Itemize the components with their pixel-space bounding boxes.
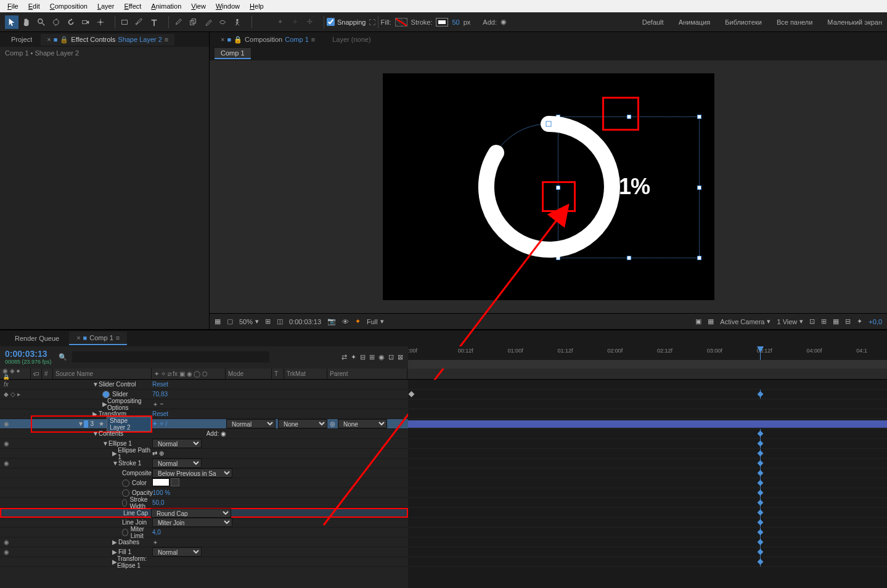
effect-controls-tab[interactable]: × ■ 🔒 Effect Controls Shape Layer 2 ≡ — [41, 34, 174, 46]
transparency-icon[interactable]: ▦ — [708, 317, 714, 325]
workspace-animation[interactable]: Анимация — [679, 18, 711, 26]
menu-layer[interactable]: Layer — [92, 2, 120, 10]
resolution-icon[interactable]: ⊞ — [265, 317, 271, 325]
col-parent[interactable]: Parent — [327, 369, 407, 379]
timeline-tracks[interactable] — [408, 380, 887, 588]
workspace-small-screen[interactable]: Маленький экран — [827, 18, 882, 26]
row-miter-limit[interactable]: Miter Limit 4,0 — [0, 528, 408, 537]
parent-select[interactable]: None — [338, 419, 387, 428]
anchor-tool[interactable] — [94, 15, 107, 29]
color-channel-icon[interactable]: ✦ — [355, 317, 361, 325]
add-button-icon[interactable]: ◉ — [501, 18, 507, 26]
view-options-icon[interactable]: ⊡ — [809, 317, 815, 325]
rectangle-tool[interactable] — [118, 15, 131, 29]
comp-timeline-tab[interactable]: ×■ Comp 1 ≡ — [69, 332, 127, 345]
row-composite[interactable]: Composite Below Previous in Sa — [0, 468, 408, 478]
timeline-search[interactable] — [72, 351, 269, 362]
snapshot-icon[interactable]: 📷 — [327, 317, 336, 325]
menu-animation[interactable]: Animation — [146, 2, 186, 10]
menu-effect[interactable]: Effect — [119, 2, 146, 10]
menu-composition[interactable]: Composition — [45, 2, 92, 10]
hand-tool[interactable] — [20, 15, 33, 29]
workspace-all-panels[interactable]: Все панели — [777, 18, 812, 26]
workspace-default[interactable]: Default — [642, 18, 664, 26]
menu-view[interactable]: View — [186, 2, 211, 10]
fill-label[interactable]: Fill: — [381, 18, 391, 26]
channel-icon[interactable]: ▢ — [227, 317, 233, 325]
camera-tool[interactable] — [79, 15, 92, 29]
resolution-value[interactable]: Full — [367, 318, 378, 325]
exposure-reset-icon[interactable]: ✦ — [857, 317, 862, 325]
timeline-timecode[interactable]: 0:00:03:13 — [5, 349, 47, 359]
composition-viewer[interactable]: 71% — [210, 60, 887, 313]
blend-mode-select[interactable]: Normal — [226, 419, 276, 428]
project-tab[interactable]: Project — [5, 34, 38, 45]
grid-icon[interactable]: ▦ — [215, 317, 221, 325]
zoom-tool[interactable] — [35, 15, 48, 29]
trkmat-select[interactable]: None — [278, 419, 327, 428]
roi-icon[interactable]: ▣ — [695, 317, 701, 325]
composition-tab[interactable]: × ■ 🔒 Composition Comp 1 ≡ — [215, 34, 321, 46]
draft-3d-icon[interactable]: ✦ — [351, 353, 356, 361]
stroke-label[interactable]: Stroke: — [411, 18, 433, 26]
timeline-ruler[interactable]: :00f 00:12f 01:00f 01:12f 02:00f 02:12f … — [408, 346, 887, 369]
snapping-checkbox[interactable] — [327, 18, 335, 26]
row-compositing-options[interactable]: ▶Compositing Options ＋ − — [0, 399, 408, 409]
menu-edit[interactable]: Edit — [23, 2, 45, 10]
col-trkmat[interactable]: TrkMat — [284, 369, 327, 379]
zoom-value[interactable]: 50% — [239, 318, 253, 325]
snapping-options-icon[interactable]: ⛶ — [369, 18, 375, 26]
flowchart-icon[interactable]: ⊟ — [845, 317, 851, 325]
graph-editor-icon[interactable]: ⊡ — [388, 353, 394, 361]
lock-icon[interactable]: 🔒 — [60, 36, 68, 44]
comp-subtab[interactable]: Comp 1 — [215, 48, 251, 59]
canvas[interactable]: 71% — [383, 73, 714, 300]
row-stroke1[interactable]: ◉ ▼Stroke 1 Normal — [0, 459, 408, 468]
pen-tool[interactable] — [133, 15, 146, 29]
render-queue-tab[interactable]: Render Queue — [7, 332, 67, 345]
brush-tool[interactable] — [171, 15, 185, 29]
row-contents[interactable]: ▼Contents Add: ◉ — [0, 429, 408, 439]
hide-shy-icon[interactable]: ⊟ — [360, 353, 366, 361]
camera-value[interactable]: Active Camera — [720, 318, 764, 325]
frame-blend-icon[interactable]: ⊞ — [369, 353, 375, 361]
row-shape-layer-2[interactable]: ◉ ▼ 3 ★ Shape Layer 2 ✦ ✧ / Normal None … — [0, 419, 408, 429]
row-color[interactable]: Color — [0, 478, 408, 488]
local-axis[interactable]: ✦ — [273, 15, 287, 29]
menu-help[interactable]: Help — [245, 2, 269, 10]
fast-preview-icon[interactable]: ⊞ — [821, 317, 827, 325]
brainstorm-icon[interactable]: ⊠ — [398, 353, 403, 361]
view-axis[interactable]: ✢ — [303, 15, 316, 29]
roto-tool[interactable] — [216, 15, 229, 29]
timeline-icon[interactable]: ▦ — [833, 317, 839, 325]
exposure-value[interactable]: +0,0 — [869, 318, 882, 325]
timecode-display[interactable]: 0:00:03:13 — [289, 318, 321, 325]
stroke-color-swatch[interactable] — [152, 478, 170, 486]
view-count[interactable]: 1 View — [777, 318, 797, 325]
menu-window[interactable]: Window — [211, 2, 245, 10]
puppet-tool[interactable] — [231, 15, 244, 29]
world-axis[interactable]: ✧ — [288, 15, 301, 29]
mask-icon[interactable]: ◫ — [277, 317, 283, 325]
line-cap-select[interactable]: Round Cap — [151, 508, 231, 518]
clone-tool[interactable] — [186, 15, 200, 29]
text-tool[interactable] — [147, 15, 161, 29]
row-dashes[interactable]: ◉ ▶Dashes ＋ — [0, 537, 408, 547]
row-transform-ellipse[interactable]: ▶Transform: Ellipse 1 — [0, 557, 408, 567]
eraser-tool[interactable] — [201, 15, 215, 29]
eyedropper-icon[interactable] — [171, 478, 179, 486]
layer-none-tab[interactable]: Layer (none) — [326, 34, 377, 45]
row-slider-control[interactable]: fx ▼Slider Control Reset — [0, 380, 408, 390]
selection-tool[interactable] — [5, 15, 18, 29]
row-stroke-width[interactable]: Stroke Width 50,0 — [0, 498, 408, 508]
motion-blur-icon[interactable]: ◉ — [378, 353, 385, 361]
row-line-cap[interactable]: Line Cap Round Cap — [0, 508, 408, 518]
menu-file[interactable]: File — [2, 2, 23, 10]
lock-icon[interactable]: 🔒 — [234, 36, 242, 44]
orbit-tool[interactable] — [49, 15, 63, 29]
col-source-name[interactable]: Source Name — [53, 369, 152, 379]
comp-mini-flowchart-icon[interactable]: ⇄ — [341, 353, 347, 361]
rotation-tool[interactable] — [64, 15, 78, 29]
stroke-swatch[interactable] — [436, 18, 448, 27]
fill-swatch[interactable] — [395, 18, 407, 27]
